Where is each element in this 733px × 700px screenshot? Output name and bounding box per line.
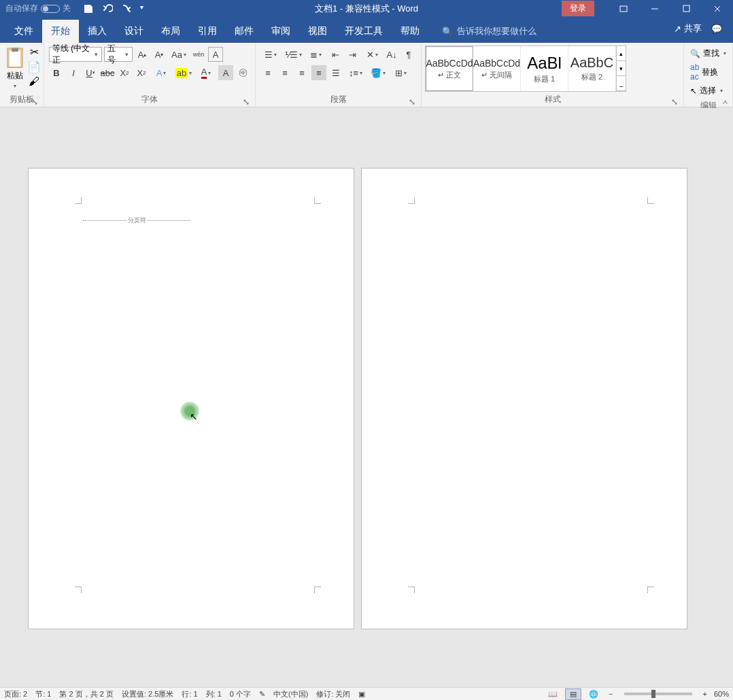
tab-design[interactable]: 设计 [116, 20, 152, 43]
shading-icon[interactable]: 🪣▾ [368, 65, 388, 80]
font-launcher-icon[interactable]: ⤡ [242, 97, 250, 105]
distributed-icon[interactable]: ☰ [328, 65, 343, 80]
status-language[interactable]: 中文(中国) [273, 689, 308, 699]
align-right-icon[interactable]: ≡ [294, 65, 309, 80]
sort-icon[interactable]: A↓ [384, 47, 399, 62]
style-heading-2[interactable]: AaBbC 标题 2 [568, 46, 616, 91]
zoom-thumb[interactable] [651, 690, 655, 698]
find-button[interactable]: 🔍 查找▾ [689, 47, 728, 60]
italic-icon[interactable]: I [66, 65, 81, 80]
copy-icon[interactable]: 📄 [28, 60, 40, 73]
font-name-combo[interactable]: 等线 (中文正▾ [49, 47, 102, 62]
clipboard-launcher-icon[interactable]: ⤡ [31, 97, 39, 105]
bold-icon[interactable]: B [49, 65, 64, 80]
status-macro-icon[interactable]: ▣ [358, 690, 365, 699]
autosave-toggle[interactable]: 自动保存 关 [0, 3, 76, 14]
tab-mailings[interactable]: 邮件 [226, 20, 262, 43]
select-button[interactable]: ↖ 选择▾ [689, 84, 728, 97]
increase-indent-icon[interactable]: ⇥ [345, 47, 360, 62]
strikethrough-icon[interactable]: abc [100, 65, 115, 80]
redo-icon[interactable] [121, 3, 132, 14]
login-button[interactable]: 登录 [562, 1, 594, 16]
status-section[interactable]: 节: 1 [35, 689, 51, 699]
align-center-icon[interactable]: ≡ [277, 65, 292, 80]
qat-dropdown-icon[interactable]: ▾ [140, 3, 151, 14]
style-heading-1[interactable]: AaBl 标题 1 [521, 46, 568, 91]
phonetic-guide-icon[interactable]: wén [191, 47, 206, 62]
collapse-ribbon-icon[interactable]: ㅅ [721, 97, 729, 107]
cut-icon[interactable]: ✂ [28, 46, 40, 58]
align-left-icon[interactable]: ≡ [260, 65, 275, 80]
page-1[interactable]: 分页符 [29, 169, 354, 629]
text-effects-icon[interactable]: A▾ [151, 65, 171, 80]
comments-button[interactable]: 💬 [709, 21, 725, 37]
styles-expand-icon[interactable]: ⎯ [617, 76, 626, 91]
status-track-changes[interactable]: 修订: 关闭 [316, 689, 350, 699]
tab-home[interactable]: 开始 [42, 20, 79, 43]
minimize-icon[interactable] [639, 0, 670, 17]
style-no-spacing[interactable]: AaBbCcDd ↵ 无间隔 [473, 46, 521, 91]
print-layout-icon[interactable]: ▤ [565, 688, 581, 700]
enclose-characters-icon[interactable]: ㊥ [235, 65, 250, 80]
paragraph-launcher-icon[interactable]: ⤡ [408, 97, 416, 105]
read-mode-icon[interactable]: 📖 [545, 688, 561, 700]
status-line[interactable]: 行: 1 [182, 689, 197, 699]
status-position[interactable]: 设置值: 2.5厘米 [122, 689, 173, 699]
justify-icon[interactable]: ≡ [311, 65, 326, 80]
character-shading-icon[interactable]: A [218, 65, 233, 80]
tell-me-search[interactable]: 🔍 告诉我你想要做什么 [428, 25, 543, 43]
close-icon[interactable] [702, 0, 733, 17]
decrease-indent-icon[interactable]: ⇤ [328, 47, 343, 62]
subscript-icon[interactable]: X2 [117, 65, 132, 80]
tab-help[interactable]: 帮助 [392, 20, 428, 43]
tab-developer[interactable]: 开发工具 [336, 20, 392, 43]
share-button[interactable]: ↗ 共享 [671, 20, 704, 37]
status-page[interactable]: 页面: 2 [4, 689, 27, 699]
autosave-switch-icon[interactable] [41, 5, 60, 13]
format-painter-icon[interactable]: 🖌 [28, 75, 40, 88]
change-case-icon[interactable]: Aa▾ [169, 47, 189, 62]
grow-font-icon[interactable]: A▴ [135, 47, 150, 62]
font-size-combo[interactable]: 五号▾ [104, 47, 133, 62]
status-spellcheck-icon[interactable]: ✎ [259, 690, 265, 699]
zoom-level[interactable]: 60% [714, 690, 729, 698]
character-border-icon[interactable]: A [208, 47, 223, 62]
tab-file[interactable]: 文件 [5, 20, 42, 43]
ribbon-display-icon[interactable] [608, 0, 639, 17]
tab-view[interactable]: 视图 [299, 20, 336, 43]
shrink-font-icon[interactable]: A▾ [152, 47, 167, 62]
replace-button[interactable]: abac 替换 [689, 62, 728, 82]
styles-scroll-down-icon[interactable]: ▾ [617, 61, 626, 76]
show-hide-icon[interactable]: ¶ [401, 47, 416, 62]
zoom-slider[interactable] [624, 693, 692, 695]
style-normal[interactable]: AaBbCcDd ↵ 正文 [426, 46, 473, 91]
numbering-icon[interactable]: ⅟☰▾ [283, 47, 303, 62]
styles-scroll-up-icon[interactable]: ▴ [617, 46, 626, 61]
bullets-icon[interactable]: ☰▾ [260, 47, 281, 62]
maximize-icon[interactable] [670, 0, 702, 17]
page-2[interactable] [362, 169, 687, 629]
status-page-of[interactable]: 第 2 页，共 2 页 [59, 689, 113, 699]
document-area[interactable]: 分页符 ↖ [0, 108, 733, 687]
styles-launcher-icon[interactable]: ⤡ [670, 97, 679, 105]
status-word-count[interactable]: 0 个字 [230, 689, 251, 699]
undo-icon[interactable] [102, 3, 113, 14]
zoom-in-icon[interactable]: + [700, 690, 710, 698]
underline-icon[interactable]: U▾ [83, 65, 98, 80]
tab-review[interactable]: 审阅 [262, 20, 299, 43]
save-icon[interactable] [83, 3, 94, 14]
line-spacing-icon[interactable]: ↕≡▾ [345, 65, 366, 80]
font-color-icon[interactable]: A▾ [196, 65, 216, 80]
highlight-icon[interactable]: ab▾ [173, 65, 194, 80]
zoom-out-icon[interactable]: − [606, 690, 615, 698]
multilevel-list-icon[interactable]: ≣▾ [305, 47, 326, 62]
tab-references[interactable]: 引用 [189, 20, 226, 43]
styles-gallery[interactable]: AaBbCcDd ↵ 正文 AaBbCcDd ↵ 无间隔 AaBl 标题 1 A… [425, 46, 626, 92]
tab-layout[interactable]: 布局 [152, 20, 189, 43]
superscript-icon[interactable]: X2 [134, 65, 149, 80]
borders-icon[interactable]: ⊞▾ [390, 65, 411, 80]
paste-button[interactable]: 粘贴 ▾ [3, 46, 27, 92]
tab-insert[interactable]: 插入 [79, 20, 116, 43]
status-column[interactable]: 列: 1 [206, 689, 222, 699]
asian-layout-icon[interactable]: ✕▾ [362, 47, 382, 62]
